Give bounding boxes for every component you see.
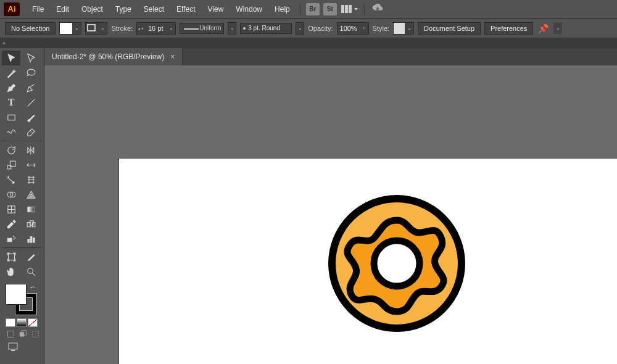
selection-tool-icon[interactable]	[2, 51, 20, 65]
screen-mode-icon[interactable]	[6, 341, 20, 353]
arrange-documents-icon[interactable]	[341, 5, 358, 13]
type-tool-icon[interactable]: T	[2, 95, 20, 110]
svg-rect-7	[28, 207, 35, 212]
magic-wand-tool-icon[interactable]	[2, 65, 20, 80]
style-label: Style:	[373, 25, 390, 32]
document-tab[interactable]: Untitled-2* @ 50% (RGB/Preview) ×	[44, 48, 183, 65]
svg-rect-24	[32, 331, 38, 337]
column-graph-tool-icon[interactable]	[22, 231, 41, 246]
draw-inside-icon[interactable]	[30, 329, 40, 338]
symbol-sprayer-tool-icon[interactable]	[2, 231, 20, 246]
fill-stroke-picker[interactable]: ⤺	[6, 284, 36, 315]
svg-point-13	[14, 237, 15, 238]
gpu-preview-icon[interactable]	[372, 4, 383, 15]
document-tabbar: Untitled-2* @ 50% (RGB/Preview) ×	[44, 48, 617, 65]
svg-line-20	[33, 273, 35, 275]
document-setup-button[interactable]: Document Setup	[418, 22, 481, 35]
tools-panel: T	[0, 48, 44, 364]
rotate-tool-icon[interactable]	[2, 143, 20, 157]
gradient-tool-icon[interactable]	[22, 202, 41, 217]
menu-select[interactable]: Select	[138, 2, 170, 16]
menu-help[interactable]: Help	[268, 2, 296, 16]
svg-rect-17	[33, 238, 35, 242]
preferences-button[interactable]: Preferences	[484, 22, 533, 35]
menu-separator	[300, 4, 300, 15]
reflect-tool-icon[interactable]	[22, 143, 41, 157]
stock-icon[interactable]: St	[323, 3, 337, 15]
perspective-grid-tool-icon[interactable]	[22, 187, 41, 202]
blend-tool-icon[interactable]	[22, 217, 41, 231]
line-tool-icon[interactable]	[22, 95, 41, 110]
brush-definition-dropdown[interactable]: ⌄	[296, 22, 304, 35]
none-mode-icon[interactable]	[28, 318, 38, 327]
color-mode-icon[interactable]	[6, 318, 15, 327]
graphic-style[interactable]: ⌄	[393, 22, 414, 35]
puppet-warp-tool-icon[interactable]	[22, 172, 41, 187]
svg-rect-18	[8, 254, 14, 260]
gradient-mode-icon[interactable]	[17, 318, 27, 327]
fill-swatch[interactable]	[6, 284, 27, 305]
direct-selection-tool-icon[interactable]	[22, 51, 41, 65]
svg-rect-1	[7, 115, 14, 120]
scale-tool-icon[interactable]	[2, 157, 20, 172]
pin-icon[interactable]: 📌	[538, 23, 549, 33]
svg-rect-15	[28, 239, 30, 242]
stroke-weight-input[interactable]: ▲▼ 16 pt ⌄	[136, 22, 176, 35]
variable-width-dropdown[interactable]: ⌄	[228, 22, 236, 35]
slice-tool-icon[interactable]	[22, 249, 41, 264]
control-overflow[interactable]: ⌄	[553, 23, 562, 34]
shaper-tool-icon[interactable]	[2, 125, 20, 139]
svg-point-12	[13, 236, 14, 236]
menu-window[interactable]: Window	[230, 2, 268, 16]
document-area: Untitled-2* @ 50% (RGB/Preview) ×	[44, 48, 617, 364]
menu-type[interactable]: Type	[109, 2, 138, 16]
selection-indicator: No Selection	[5, 22, 56, 35]
donut-artwork	[326, 192, 468, 334]
artboard-tool-icon[interactable]	[2, 249, 20, 264]
menu-view[interactable]: View	[202, 2, 230, 16]
draw-normal-icon[interactable]	[6, 329, 15, 338]
menu-object[interactable]: Object	[75, 2, 109, 16]
hand-tool-icon[interactable]	[2, 264, 20, 279]
mesh-tool-icon[interactable]	[2, 202, 20, 217]
eyedropper-tool-icon[interactable]	[2, 217, 20, 231]
stroke-label: Stroke:	[111, 25, 133, 32]
free-transform-tool-icon[interactable]	[2, 172, 20, 187]
canvas[interactable]	[44, 65, 617, 364]
swap-fill-stroke-icon[interactable]: ⤺	[30, 284, 35, 291]
rectangle-tool-icon[interactable]	[2, 110, 20, 125]
opacity-input[interactable]: 100% ›	[337, 22, 369, 35]
menu-file[interactable]: File	[26, 2, 50, 16]
svg-rect-8	[27, 222, 31, 226]
svg-point-28	[374, 241, 420, 286]
color-mode-row	[6, 318, 42, 327]
close-tab-icon[interactable]: ×	[170, 52, 175, 61]
paintbrush-tool-icon[interactable]	[22, 110, 41, 125]
menu-bar: Ai File Edit Object Type Select Effect V…	[0, 0, 617, 19]
menu-effect[interactable]: Effect	[170, 2, 201, 16]
svg-rect-26	[11, 350, 15, 351]
stroke-color[interactable]: ⌄	[85, 22, 107, 35]
eraser-tool-icon[interactable]	[22, 125, 41, 139]
zoom-tool-icon[interactable]	[22, 264, 41, 279]
variable-width-profile[interactable]: Uniform	[180, 23, 224, 34]
draw-behind-icon[interactable]	[18, 329, 28, 338]
lasso-tool-icon[interactable]	[22, 65, 41, 80]
bridge-icon[interactable]: Br	[306, 3, 320, 15]
control-bar: No Selection ⌄ ⌄ Stroke: ▲▼ 16 pt ⌄ Unif…	[0, 19, 617, 38]
fill-color[interactable]: ⌄	[59, 22, 81, 35]
shape-builder-tool-icon[interactable]	[2, 187, 20, 202]
svg-rect-21	[7, 331, 14, 337]
svg-rect-25	[9, 343, 17, 349]
svg-rect-16	[30, 236, 32, 242]
artboard	[118, 158, 617, 364]
app-logo: Ai	[4, 2, 20, 16]
curvature-tool-icon[interactable]	[22, 80, 41, 95]
pen-tool-icon[interactable]	[2, 80, 20, 95]
panel-collapse-icon[interactable]	[0, 38, 617, 48]
svg-rect-10	[33, 222, 35, 226]
width-tool-icon[interactable]	[22, 157, 41, 172]
svg-rect-2	[7, 165, 11, 169]
brush-definition[interactable]: 3 pt. Round	[240, 23, 292, 34]
menu-edit[interactable]: Edit	[50, 2, 75, 16]
